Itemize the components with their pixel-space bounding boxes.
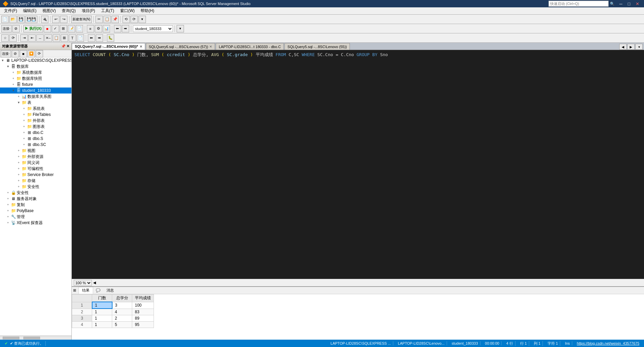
connect2-button[interactable]: 连接· <box>1 25 12 32</box>
save-all-button[interactable]: 💾💾 <box>25 16 37 23</box>
tree-expand[interactable]: ▼ <box>11 89 16 92</box>
paste-button[interactable]: 📌 <box>112 16 119 23</box>
results-text-button[interactable]: 📝 <box>68 25 75 32</box>
table-cell-r0-c1[interactable]: 1 <box>92 302 112 309</box>
menu-tools[interactable]: 工具(T) <box>98 7 117 14</box>
nav-back-button[interactable]: ⬅ <box>114 25 121 32</box>
database-selector[interactable]: student_180333 <box>133 25 173 32</box>
tree-expand[interactable]: + <box>21 107 27 110</box>
tree-expand[interactable]: + <box>5 215 11 218</box>
tree-expand[interactable]: + <box>5 197 11 200</box>
grid-btn[interactable]: ⊞ <box>61 34 68 42</box>
tree-item-16[interactable]: +📁外部资源 <box>0 154 71 160</box>
zoom-scroll-left[interactable]: ◀ <box>93 281 96 285</box>
tab-close-0[interactable]: ✕ <box>140 45 142 48</box>
connect-button[interactable]: 🔌 <box>41 16 48 23</box>
tree-item-24[interactable]: +📁复制 <box>0 202 71 208</box>
zoom-select[interactable]: 100 % <box>74 280 92 286</box>
tree-item-8[interactable]: +📁系统表 <box>0 106 71 112</box>
oe-tree[interactable]: ▼🖥LAPTOP-LID28SC\SQLEXPRESS▼🗄数据库+📁系统数据库+… <box>0 57 71 336</box>
tree-expand[interactable]: + <box>21 125 27 128</box>
oe-close-icon[interactable]: ✕ <box>66 44 69 48</box>
tree-item-17[interactable]: +📁同义词 <box>0 160 71 166</box>
menu-project[interactable]: 项目(P) <box>79 7 98 14</box>
tree-item-27[interactable]: +📡XEvent 探查器 <box>0 220 71 226</box>
oe-h-scrollbar[interactable] <box>0 336 71 340</box>
stop-button[interactable]: ■ <box>44 25 51 32</box>
tab-scroll-right[interactable]: ▶ <box>627 44 635 50</box>
tab-results[interactable]: 结果 <box>78 287 93 294</box>
bookmark-button[interactable]: ☆ <box>1 34 9 42</box>
tree-item-3[interactable]: +📁数据库快照 <box>0 75 71 81</box>
tree-expand[interactable]: + <box>16 149 21 152</box>
menu-edit[interactable]: 编辑(E) <box>20 7 39 14</box>
oe-disconnect-button[interactable]: ⊘ <box>12 50 19 57</box>
oe-header-icons[interactable]: 📌 ✕ <box>61 44 69 48</box>
tree-expand[interactable]: + <box>21 131 27 134</box>
tree-expand[interactable]: + <box>21 119 27 122</box>
tree-item-5[interactable]: ▼🗄student_180333 <box>0 88 71 94</box>
results-grid-button[interactable]: ⊞ <box>60 25 67 32</box>
results-show-button[interactable]: 📋 <box>53 34 60 42</box>
tab-0[interactable]: SQLQuery7.sql -...8SC\Lenovo (60))*✕ <box>72 43 145 50</box>
tree-item-19[interactable]: +📁Service Broker <box>0 172 71 178</box>
menu-file[interactable]: 文件(F) <box>1 7 20 14</box>
parse-button[interactable]: ⚙ <box>95 25 102 32</box>
tree-item-22[interactable]: +🔒安全性 <box>0 190 71 196</box>
disconnect-button[interactable]: ⊘ <box>12 25 20 32</box>
tree-item-1[interactable]: ▼🗄数据库 <box>0 63 71 69</box>
tree-expand[interactable]: + <box>16 95 21 98</box>
tree-expand[interactable]: + <box>16 167 21 170</box>
menu-view[interactable]: 视图(V) <box>40 7 58 14</box>
uncomment-button[interactable]: ✕-- <box>44 34 52 42</box>
oe-connect-button[interactable]: 连接· <box>1 50 11 57</box>
check-button[interactable]: ✓ <box>52 25 59 32</box>
search-icon[interactable]: 🔍 <box>610 2 615 6</box>
tree-item-25[interactable]: +📁PolyBase <box>0 208 71 214</box>
tree-item-0[interactable]: ▼🖥LAPTOP-LID28SC\SQLEXPRESS <box>0 57 71 63</box>
close-button[interactable]: ✕ <box>634 1 641 6</box>
tree-expand[interactable]: + <box>21 143 27 146</box>
new-query-btn2[interactable]: 新建查询(N) <box>71 16 92 23</box>
tree-item-14[interactable]: +⊞dbo.SC <box>0 142 71 148</box>
quick-launch-input[interactable] <box>549 1 609 7</box>
tree-item-18[interactable]: +📁可编程性 <box>0 166 71 172</box>
undo-button[interactable]: ↩ <box>52 16 59 23</box>
title-controls[interactable]: ─ □ ✕ <box>617 1 641 6</box>
tree-item-15[interactable]: +📁视图 <box>0 148 71 154</box>
file-btn[interactable]: 📄 <box>77 34 84 42</box>
debug-button[interactable]: 🐛 <box>107 34 114 42</box>
indent-button[interactable]: ⇥ <box>20 34 28 42</box>
results-table-area[interactable]: 门数 总学分 平均成绩 113100214833128941595 <box>72 294 644 340</box>
copy-button[interactable]: 📋 <box>103 16 111 23</box>
sql-editor[interactable]: SELECT COUNT ( SC.Cno ) 门数, SUM ( ccredi… <box>72 50 644 279</box>
oe-stop-button[interactable]: ■ <box>20 50 27 57</box>
format-button[interactable]: ≡ <box>87 25 94 32</box>
tree-expand[interactable]: + <box>21 113 27 116</box>
comment-button[interactable]: -- <box>36 34 44 42</box>
tree-item-4[interactable]: +🗄fixture <box>0 81 71 88</box>
tree-expand[interactable]: + <box>16 155 21 158</box>
tree-expand[interactable]: + <box>5 191 11 194</box>
tabs-scroll[interactable]: ◀ ▶ ▾ <box>619 44 644 50</box>
tree-expand[interactable]: + <box>5 203 11 206</box>
tab-1[interactable]: SQLQuery6.sql -...8SC\Lenovo (57))✕ <box>146 43 215 50</box>
oe-pin-icon[interactable]: 📌 <box>61 44 66 48</box>
tree-expand[interactable]: + <box>21 137 27 140</box>
align-left-button[interactable]: ⬅ <box>88 34 95 42</box>
tree-item-9[interactable]: +📁FileTables <box>0 112 71 118</box>
tree-expand[interactable]: + <box>5 221 11 224</box>
tree-expand[interactable]: ▼ <box>5 65 11 68</box>
tree-expand[interactable]: + <box>16 185 21 188</box>
oe-filter-button[interactable]: 🔽 <box>28 50 35 57</box>
menu-window[interactable]: 窗口(W) <box>118 7 137 14</box>
tree-expand[interactable]: ▼ <box>0 59 5 62</box>
minimize-button[interactable]: ─ <box>617 1 624 6</box>
align-right-button[interactable]: ➡ <box>96 34 103 42</box>
text-btn[interactable]: T <box>69 34 76 42</box>
execute-button[interactable]: ▶ 执行(X) <box>23 25 43 32</box>
results-file-button[interactable]: 📄 <box>76 25 83 32</box>
tree-expand[interactable]: + <box>11 77 16 80</box>
more2-button[interactable]: ▾ <box>177 25 184 32</box>
tree-item-12[interactable]: +⊞dbo.C <box>0 130 71 136</box>
